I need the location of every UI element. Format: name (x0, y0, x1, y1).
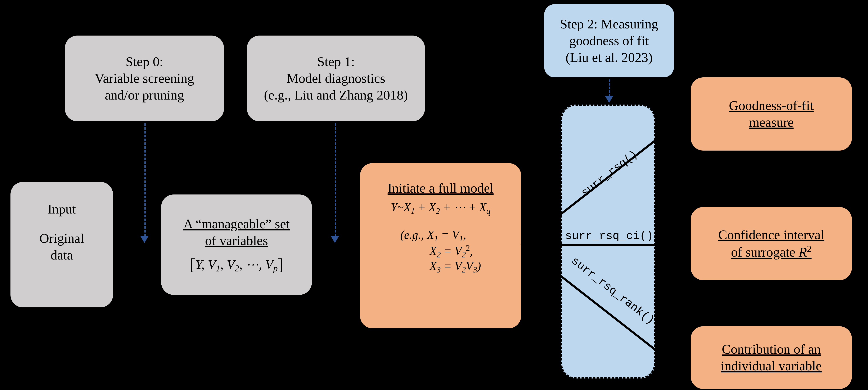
arrow-step2-down (609, 79, 610, 96)
out-ci1: Confidence interval (718, 226, 824, 243)
vars-line2: of variables (205, 232, 268, 249)
out-contrib-box: Contribution of an individual variable (691, 326, 852, 389)
out-ci2-prefix: of surrogate (731, 245, 799, 260)
fullmodel-box: Initiate a full model Y~X1 + X2 + ⋯ + Xq… (360, 163, 521, 328)
vars-box: A “manageable” set of variables [Y, V1, … (161, 194, 312, 295)
out-gof1: Goodness-of-fit (729, 97, 813, 114)
step1-desc1: Model diagnostics (286, 70, 385, 87)
step0-box: Step 0: Variable screening and/or prunin… (65, 36, 224, 121)
vars-formula: [Y, V1, V2, ⋯, Vp] (190, 255, 283, 274)
step2-box: Step 2: Measuring goodness of fit (Liu e… (544, 4, 674, 77)
out-contrib2: individual variable (721, 358, 822, 374)
out-contrib1: Contribution of an (722, 341, 821, 358)
arrow-step1-down (335, 123, 336, 236)
input-title: Input (48, 201, 76, 218)
fullmodel-formula: Y~X1 + X2 + ⋯ + Xq (391, 200, 490, 216)
out-ci2-sup: 2 (807, 243, 811, 254)
step0-desc2: and/or pruning (105, 87, 184, 103)
out-ci2-R: R (799, 245, 807, 260)
step1-desc2: (e.g., Liu and Zhang 2018) (264, 87, 408, 103)
conn-line-ci (521, 244, 680, 246)
step1-box: Step 1: Model diagnostics (e.g., Liu and… (247, 36, 425, 121)
arrowhead-step1 (331, 236, 339, 243)
step2-line1: Step 2: Measuring (560, 16, 658, 32)
step2-line3: (Liu et al. 2023) (565, 49, 653, 66)
step2-line2: goodness of fit (569, 32, 649, 49)
step0-title: Step 0: (126, 53, 163, 70)
fullmodel-title: Initiate a full model (388, 180, 494, 197)
out-gof-box: Goodness-of-fit measure (691, 77, 852, 151)
out-ci2: of surrogate R2 (731, 243, 812, 261)
input-box: Input Original data (10, 182, 113, 307)
func-ci-label: surr_rsq_ci() (565, 230, 653, 242)
arrowhead-step0 (140, 236, 149, 243)
input-sub2: data (51, 247, 73, 263)
arrow-step0-down (145, 123, 146, 236)
fullmodel-eg: (e.g., X1 = V1, X2 = V22, X3 = V2V3) (400, 228, 481, 274)
step0-desc1: Variable screening (95, 70, 194, 87)
out-gof2: measure (749, 114, 794, 131)
step1-title: Step 1: (317, 53, 355, 70)
arrowhead-step2 (605, 96, 613, 103)
vars-line1: A “manageable” set (183, 216, 290, 232)
out-ci-box: Confidence interval of surrogate R2 (691, 207, 852, 280)
input-sub1: Original (39, 230, 84, 247)
